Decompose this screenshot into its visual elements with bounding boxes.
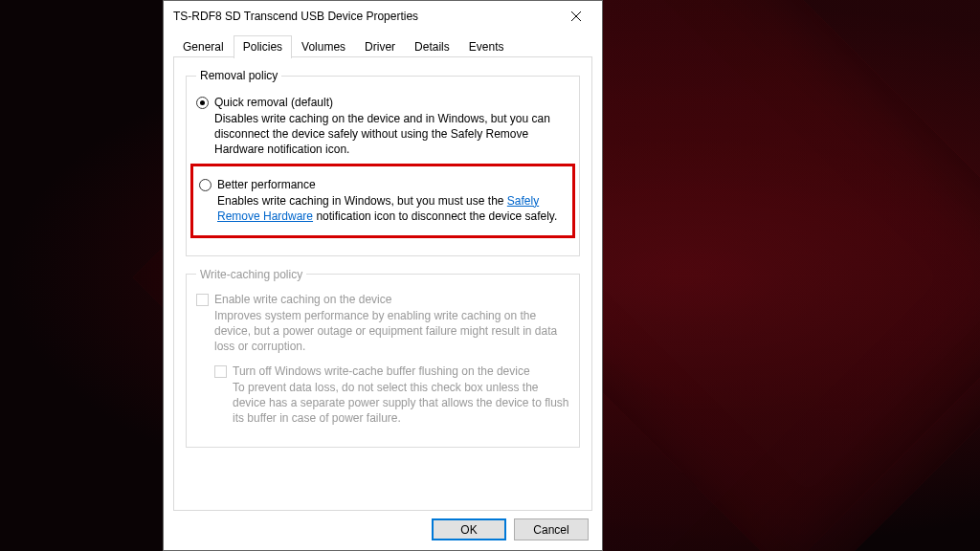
- enable-write-caching-option: Enable write caching on the device: [196, 293, 569, 306]
- properties-dialog: TS-RDF8 SD Transcend USB Device Properti…: [163, 0, 603, 551]
- tab-panel: Removal policy Quick removal (default) D…: [173, 57, 592, 511]
- quick-removal-option[interactable]: Quick removal (default): [196, 96, 569, 109]
- tab-general[interactable]: General: [173, 35, 234, 57]
- enable-write-caching-label: Enable write caching on the device: [214, 293, 391, 306]
- desc-text: notification icon to disconnect the devi…: [313, 209, 557, 223]
- removal-policy-legend: Removal policy: [196, 69, 281, 82]
- radio-icon: [199, 179, 212, 191]
- write-caching-legend: Write-caching policy: [196, 268, 306, 281]
- quick-removal-label: Quick removal (default): [214, 96, 333, 109]
- turnoff-buffer-flushing-label: Turn off Windows write-cache buffer flus…: [233, 364, 530, 378]
- tab-details[interactable]: Details: [405, 35, 459, 57]
- close-button[interactable]: [556, 3, 596, 30]
- tab-strip: General Policies Volumes Driver Details …: [164, 32, 602, 57]
- tab-policies[interactable]: Policies: [234, 35, 292, 58]
- enable-write-caching-desc: Improves system performance by enabling …: [214, 308, 569, 355]
- tab-driver[interactable]: Driver: [355, 35, 405, 57]
- quick-removal-desc: Disables write caching on the device and…: [214, 111, 569, 158]
- tab-events[interactable]: Events: [459, 35, 514, 57]
- turnoff-buffer-flushing-option: Turn off Windows write-cache buffer flus…: [214, 364, 569, 378]
- turnoff-buffer-flushing-desc: To prevent data loss, do not select this…: [233, 380, 569, 427]
- window-title: TS-RDF8 SD Transcend USB Device Properti…: [173, 10, 556, 23]
- desc-text: Enables write caching in Windows, but yo…: [217, 194, 507, 208]
- checkbox-icon: [196, 294, 209, 306]
- better-performance-desc: Enables write caching in Windows, but yo…: [217, 193, 567, 224]
- highlight-box: Better performance Enables write caching…: [190, 164, 575, 238]
- removal-policy-group: Removal policy Quick removal (default) D…: [186, 69, 580, 256]
- dialog-buttons: OK Cancel: [164, 511, 602, 550]
- better-performance-option[interactable]: Better performance: [199, 178, 567, 191]
- checkbox-icon: [214, 365, 227, 378]
- close-icon: [571, 11, 581, 21]
- radio-icon: [196, 97, 209, 109]
- write-caching-group: Write-caching policy Enable write cachin…: [186, 268, 580, 448]
- tab-volumes[interactable]: Volumes: [292, 35, 355, 57]
- titlebar: TS-RDF8 SD Transcend USB Device Properti…: [164, 1, 602, 32]
- better-performance-label: Better performance: [217, 178, 316, 191]
- ok-button[interactable]: OK: [432, 518, 506, 540]
- cancel-button[interactable]: Cancel: [514, 518, 589, 540]
